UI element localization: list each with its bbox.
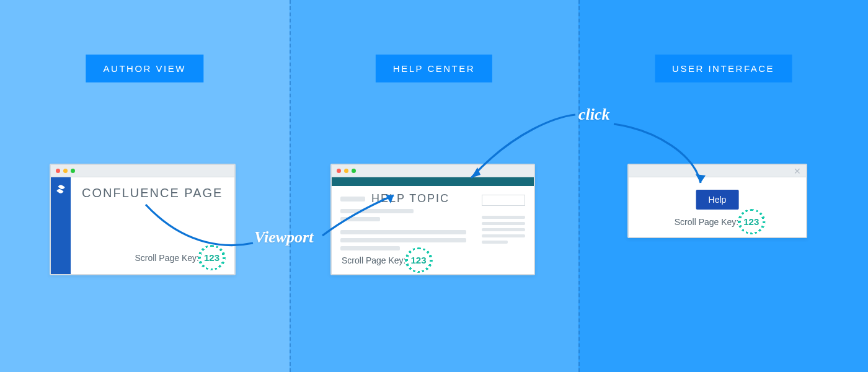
help-center-header-bar — [332, 177, 534, 186]
sidebar-link-placeholder — [482, 216, 525, 219]
traffic-light-minimize-icon — [344, 169, 348, 173]
column-label-user-interface: USER INTERFACE — [655, 55, 792, 82]
column-label-help-center: HELP CENTER — [376, 55, 492, 82]
confluence-sidebar — [51, 177, 71, 274]
scroll-page-key-badge: Scroll Page Key: 123 — [135, 250, 221, 265]
traffic-light-zoom-icon — [352, 169, 356, 173]
window-titlebar — [51, 165, 234, 177]
column-divider — [290, 0, 291, 372]
text-placeholder — [340, 209, 414, 213]
confluence-logo-icon — [55, 184, 66, 197]
scroll-page-key-label: Scroll Page Key: — [342, 255, 406, 265]
traffic-light-zoom-icon — [71, 169, 75, 173]
close-icon[interactable]: ✕ — [794, 167, 801, 175]
scroll-page-key-value: 123 — [410, 252, 428, 268]
help-button[interactable]: Help — [696, 190, 739, 210]
sidebar-link-placeholder — [482, 241, 508, 244]
confluence-window: CONFLUENCE PAGE Scroll Page Key: 123 — [50, 164, 236, 275]
column-divider — [578, 0, 580, 372]
confluence-page-title: CONFLUENCE PAGE — [82, 186, 223, 200]
column-label-author-view: AUTHOR VIEW — [86, 55, 203, 82]
text-placeholder — [340, 238, 466, 242]
window-titlebar — [332, 165, 534, 177]
scroll-page-key-value: 123 — [203, 250, 221, 265]
traffic-light-minimize-icon — [63, 169, 68, 173]
text-placeholder — [340, 246, 400, 250]
ui-panel-window: ✕ Help Scroll Page Key: 123 — [627, 164, 807, 238]
window-titlebar: ✕ — [629, 165, 806, 177]
sidebar-link-placeholder — [482, 222, 525, 225]
scroll-page-key-value: 123 — [742, 214, 760, 229]
text-placeholder — [340, 230, 466, 234]
help-topic-title: HELP TOPIC — [371, 192, 450, 205]
annotation-viewport: Viewport — [254, 228, 313, 247]
sidebar-link-placeholder — [482, 234, 525, 237]
text-placeholder — [340, 217, 380, 221]
scroll-page-key-label: Scroll Page Key: — [135, 253, 199, 263]
scroll-page-key-badge: Scroll Page Key: 123 — [675, 214, 761, 229]
search-box-placeholder — [482, 195, 525, 206]
sidebar-link-placeholder — [482, 228, 525, 231]
scroll-page-key-label: Scroll Page Key: — [675, 217, 739, 227]
breadcrumb-placeholder — [340, 197, 365, 202]
help-center-window: HELP TOPIC Scroll Page Key: 123 — [330, 164, 535, 275]
annotation-click: click — [578, 105, 610, 124]
scroll-page-key-badge: Scroll Page Key: 123 — [342, 252, 428, 268]
traffic-light-close-icon — [337, 169, 341, 173]
traffic-light-close-icon — [56, 169, 60, 173]
